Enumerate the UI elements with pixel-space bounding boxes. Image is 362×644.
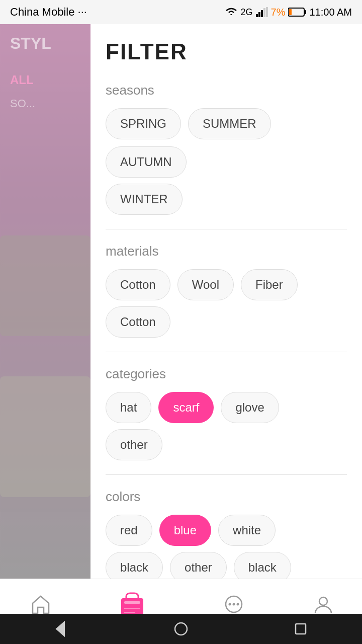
category-glove[interactable]: glove [221,392,279,423]
divider-3 [106,474,347,475]
filter-panel: FILTER seasons SPRING SUMMER AUTUMN WINT… [90,24,362,644]
materials-tags-row2: Cotton [106,306,347,338]
materials-label: materials [106,244,347,259]
colors-tags: red blue white [106,515,347,546]
svg-rect-19 [296,624,306,634]
categories-tags-row2: other [106,429,347,460]
svg-rect-3 [263,8,265,17]
home-system-icon[interactable] [172,620,190,638]
svg-point-16 [319,597,327,605]
category-scarf[interactable]: scarf [158,392,214,423]
color-red[interactable]: red [106,515,152,546]
svg-marker-17 [56,622,64,636]
signal-icon [256,7,268,17]
svg-rect-4 [266,7,268,17]
material-cotton1[interactable]: Cotton [106,269,170,300]
carrier-text: China Mobile ··· [10,6,87,19]
recents-icon[interactable] [293,620,311,638]
seasons-label: seasons [106,83,347,98]
materials-tags: Cotton Wool Fiber [106,269,347,300]
svg-rect-2 [261,10,263,17]
phone-nav [0,614,362,644]
svg-point-13 [228,603,231,606]
filter-title: FILTER [106,39,347,64]
seasons-tags-row2: WINTER [106,184,347,215]
background-app: STYL ALL SO... [0,24,90,598]
seasons-section: seasons SPRING SUMMER AUTUMN WINTER [106,83,347,215]
material-wool[interactable]: Wool [177,269,234,300]
colors-section: colors red blue white black other black [106,489,347,583]
season-autumn[interactable]: AUTUMN [106,146,187,178]
color-blue[interactable]: blue [159,515,211,546]
svg-point-18 [175,623,187,635]
status-bar: China Mobile ··· 2G 7% 11:00 AM [0,0,362,24]
seasons-tags: SPRING SUMMER AUTUMN [106,108,347,178]
svg-point-14 [232,603,235,606]
network-2g: 2G [241,7,253,18]
categories-section: categories hat scarf glove other [106,366,347,460]
back-icon[interactable] [51,620,69,638]
svg-rect-6 [304,10,306,14]
battery-percent: 7% [271,7,286,18]
svg-point-15 [236,603,239,606]
season-spring[interactable]: SPRING [106,108,181,139]
material-fiber[interactable]: Fiber [241,269,298,300]
colors-label: colors [106,489,347,505]
divider-1 [106,229,347,229]
category-other[interactable]: other [106,429,162,460]
svg-rect-7 [289,9,292,15]
materials-section: materials Cotton Wool Fiber Cotton [106,244,347,338]
categories-tags: hat scarf glove [106,392,347,423]
time: 11:00 AM [309,7,352,18]
color-white[interactable]: white [218,515,276,546]
categories-label: categories [106,366,347,382]
svg-rect-9 [124,601,140,604]
status-icons: 2G 7% 11:00 AM [225,7,352,18]
material-cotton2[interactable]: Cotton [106,306,170,338]
category-hat[interactable]: hat [106,392,151,423]
divider-2 [106,352,347,352]
wifi-icon [225,7,238,17]
battery-icon [288,7,306,17]
season-summer[interactable]: SUMMER [188,108,271,139]
svg-rect-1 [258,12,260,17]
season-winter[interactable]: WINTER [106,184,183,215]
svg-rect-0 [256,14,258,17]
